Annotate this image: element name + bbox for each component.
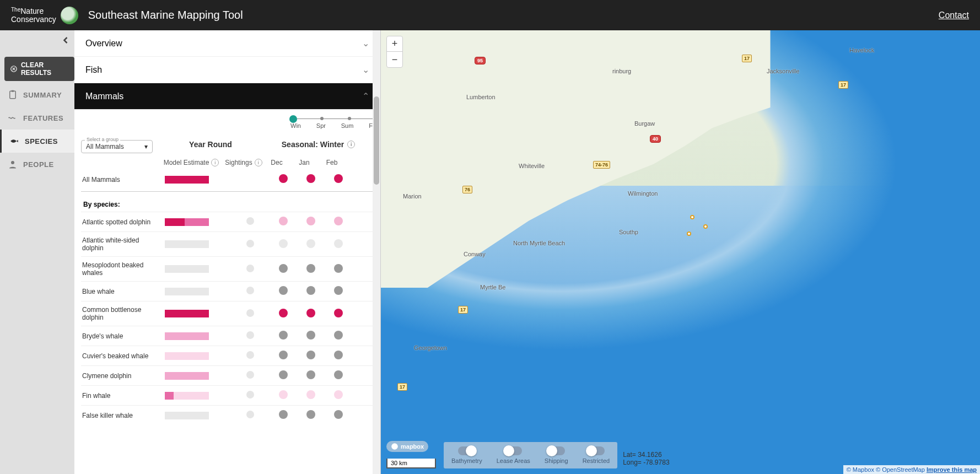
toggle-restricted[interactable]: Restricted [583,446,610,464]
month-dot [325,351,352,361]
polygon-vertex[interactable] [687,231,691,236]
sightings-cell [231,287,270,296]
column-headers: Year Round Seasonal: Winter i Model Esti… [158,140,374,166]
city-label: North Myrtle Beach [513,240,565,246]
season-sum: Sum [341,122,354,129]
person-icon [8,159,18,169]
month-dot [325,264,352,274]
species-row[interactable]: Cuvier's beaked whale [81,346,374,365]
season-spr: Spr [316,122,326,129]
col-model: Model Estimate [164,159,209,166]
month-dot [270,217,297,227]
season-slider[interactable]: WinSprSumFall [290,118,379,129]
sightings-cell [231,309,270,319]
sightings-cell [231,371,270,380]
col-dec: Dec [263,159,290,166]
chevron-up-icon: ⌃ [362,91,369,101]
city-label: Georgetown [414,344,447,351]
sightings-cell [231,391,270,400]
info-icon[interactable]: i [255,159,262,166]
month-dot [325,370,352,381]
sightings-cell [231,265,270,274]
panel-scrollbar[interactable] [373,30,380,474]
highway-shield: 17 [397,383,407,391]
highway-shield: 76 [462,186,472,193]
group-select[interactable]: Select a group All Mammals▾ [81,140,153,153]
month-dot [270,264,297,274]
long-value: Long= -78.9783 [623,459,669,466]
contact-link[interactable]: Contact [939,10,969,20]
zoom-in-button[interactable]: + [387,36,402,52]
highway-shield: 40 [650,135,661,143]
species-row[interactable]: Mesoplodont beaked whales [81,256,374,281]
switch-icon [504,446,522,455]
app-title: Southeast Marine Mapping Tool [88,9,243,21]
accordion-overview[interactable]: Overview ⌄ [74,30,380,57]
slider-handle[interactable] [289,115,297,123]
sidebar-item-people[interactable]: PEOPLE [0,153,74,176]
species-row[interactable]: Atlantic spotted dolphin [81,212,374,231]
month-dot [325,331,352,341]
month-dot [297,309,325,319]
sidebar-item-features[interactable]: FEATURES [0,106,74,130]
attrib-osm[interactable]: © OpenStreetMap [876,466,925,473]
accordion-mammals[interactable]: Mammals ⌃ [74,83,380,110]
attrib-mapbox[interactable]: © Mapbox [847,466,874,473]
month-dot [297,239,325,250]
species-row[interactable]: Blue whale [81,281,374,301]
species-name: Blue whale [82,288,165,295]
toggle-lease-areas[interactable]: Lease Areas [497,446,530,464]
species-row[interactable]: Clymene dolphin [81,365,374,385]
all-mammals-row[interactable]: All Mammals [81,170,374,189]
clear-results-button[interactable]: CLEAR RESULTS [4,57,74,81]
info-icon[interactable]: i [347,141,355,148]
sidebar-item-summary[interactable]: SUMMARY [0,83,74,106]
highway-shield: 17 [458,306,468,314]
species-row[interactable]: Bryde's whale [81,326,374,346]
sidebar: CLEAR RESULTS SUMMARYFEATURESSPECIESPEOP… [0,30,74,474]
sidebar-item-species[interactable]: SPECIES [0,130,74,153]
svg-point-3 [11,161,14,164]
lat-value: Lat= 34.1626 [623,451,669,459]
polygon-vertex[interactable] [703,224,708,229]
svg-rect-1 [10,91,16,99]
toggle-bathymetry[interactable]: Bathymetry [451,446,482,464]
model-bar [165,218,231,226]
model-bar [165,412,231,419]
toggle-shipping[interactable]: Shipping [545,446,568,464]
species-name: Common bottlenose dolphin [82,306,165,321]
city-label: Myrtle Be [480,284,505,290]
polygon-vertex[interactable] [690,215,694,219]
collapse-sidebar-button[interactable] [60,35,71,46]
accordion-fish[interactable]: Fish ⌄ [74,57,380,83]
species-row[interactable]: Atlantic white-sided dolphin [81,231,374,256]
month-dot [325,309,352,319]
species-row[interactable]: Fin whale [81,385,374,405]
month-dot [270,410,297,421]
zoom-out-button[interactable]: − [387,52,402,67]
model-bar [165,240,231,248]
species-row[interactable]: False killer whale [81,405,374,425]
app-header: TheNature Conservancy Southeast Marine M… [0,0,980,30]
month-dot [325,390,352,401]
species-name: Cuvier's beaked whale [82,352,165,360]
coords-readout: Lat= 34.1626 Long= -78.9783 [623,449,669,468]
map-canvas[interactable]: HavelockJacksonvillerinburgLumbertonBurg… [381,30,980,474]
switch-icon [458,446,476,455]
city-label: Jacksonville [767,68,799,74]
svg-rect-2 [12,90,14,92]
improve-map-link[interactable]: Improve this map [927,466,977,473]
month-dot [325,286,352,297]
month-dot [270,331,297,341]
month-dot [297,410,325,421]
city-label: Marion [403,193,422,200]
city-label: Whiteville [519,163,545,169]
species-row[interactable]: Common bottlenose dolphin [81,301,374,326]
chevron-down-icon: ⌄ [362,38,369,49]
city-label: Burgaw [634,120,655,127]
accordion-mammals-label: Mammals [85,91,123,101]
species-name: Atlantic white-sided dolphin [82,236,165,252]
species-name: Mesoplodont beaked whales [82,261,165,277]
info-icon[interactable]: i [211,159,219,166]
sightings-cell [231,240,270,249]
